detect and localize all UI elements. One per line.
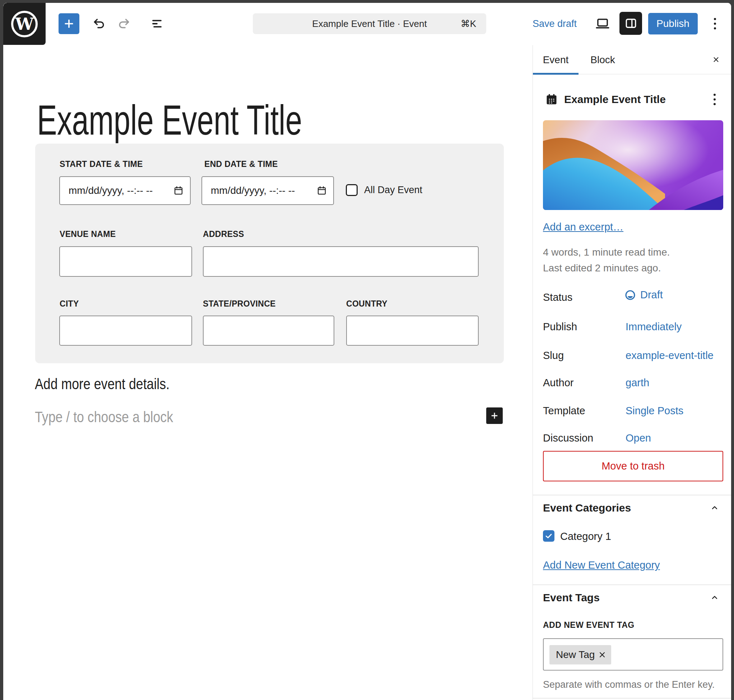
state-province-input[interactable] bbox=[203, 316, 334, 346]
event-calendar-icon bbox=[545, 93, 558, 106]
start-date-input[interactable]: mm/dd/yyyy, --:-- -- bbox=[59, 176, 191, 205]
list-view-icon bbox=[150, 17, 164, 31]
block-appender-placeholder[interactable]: Type / to choose a block bbox=[35, 409, 198, 426]
check-icon bbox=[544, 532, 553, 540]
address-input[interactable] bbox=[203, 246, 479, 277]
close-icon bbox=[712, 54, 720, 65]
preview-button[interactable] bbox=[595, 16, 610, 32]
tag-token-label: New Tag bbox=[556, 649, 595, 660]
kebab-icon bbox=[713, 94, 716, 105]
calendar-picker-icon[interactable] bbox=[174, 185, 184, 196]
chevron-up-icon bbox=[710, 503, 719, 513]
last-edited-text: Last edited 2 minutes ago. bbox=[543, 262, 661, 274]
category-checkbox-checked[interactable] bbox=[543, 530, 554, 542]
sidebar-panel-icon bbox=[625, 17, 637, 30]
status-value[interactable]: Draft bbox=[625, 289, 663, 301]
redo-button[interactable] bbox=[116, 16, 132, 32]
calendar-picker-icon[interactable] bbox=[317, 185, 327, 196]
move-to-trash-button[interactable]: Move to trash bbox=[543, 451, 723, 481]
post-title-field[interactable]: Example Event Title bbox=[37, 98, 405, 144]
checkbox-unchecked-icon bbox=[346, 184, 358, 196]
template-label: Template bbox=[543, 405, 585, 417]
status-label: Status bbox=[543, 291, 572, 303]
kebab-icon bbox=[714, 18, 716, 29]
tab-block[interactable]: Block bbox=[579, 45, 627, 74]
publish-value[interactable]: Immediately bbox=[626, 321, 682, 333]
document-title: Example Event Title · Event bbox=[312, 18, 427, 29]
section-divider bbox=[533, 495, 731, 496]
slug-label: Slug bbox=[543, 350, 564, 362]
address-label: ADDRESS bbox=[203, 229, 244, 239]
section-divider bbox=[533, 698, 731, 699]
template-value[interactable]: Single Posts bbox=[626, 405, 683, 417]
close-sidebar-button[interactable] bbox=[710, 53, 722, 66]
end-date-label: END DATE & TIME bbox=[204, 159, 278, 169]
end-date-placeholder: mm/dd/yyyy, --:-- -- bbox=[211, 185, 295, 196]
featured-image[interactable] bbox=[543, 120, 723, 210]
discussion-value[interactable]: Open bbox=[626, 432, 651, 444]
add-new-tag-label: ADD NEW EVENT TAG bbox=[543, 620, 635, 630]
event-categories-heading: Event Categories bbox=[543, 502, 631, 514]
undo-icon bbox=[92, 17, 106, 31]
city-label: CITY bbox=[60, 299, 79, 309]
event-details-panel: START DATE & TIME END DATE & TIME mm/dd/… bbox=[35, 144, 504, 363]
add-new-category-link[interactable]: Add New Event Category bbox=[543, 559, 660, 571]
save-draft-button[interactable]: Save draft bbox=[532, 16, 577, 32]
add-excerpt-link[interactable]: Add an excerpt… bbox=[543, 221, 623, 233]
collapse-tags-button[interactable] bbox=[709, 591, 721, 604]
end-date-input[interactable]: mm/dd/yyyy, --:-- -- bbox=[202, 176, 334, 205]
options-menu-button[interactable] bbox=[708, 16, 722, 32]
settings-sidebar-toggle-button[interactable] bbox=[619, 12, 642, 35]
tag-token: New Tag bbox=[550, 645, 611, 665]
author-value[interactable]: garth bbox=[626, 377, 649, 389]
plus-icon bbox=[489, 411, 500, 421]
country-input[interactable] bbox=[346, 316, 479, 346]
event-tags-heading: Event Tags bbox=[543, 591, 600, 604]
chevron-up-icon bbox=[710, 593, 719, 603]
tags-help-text: Separate with commas or the Enter key. bbox=[543, 679, 715, 690]
publish-label: Publish bbox=[543, 321, 577, 333]
publish-button[interactable]: Publish bbox=[648, 13, 698, 34]
city-input[interactable] bbox=[59, 316, 192, 346]
plus-icon bbox=[63, 18, 75, 30]
remove-tag-icon[interactable] bbox=[598, 651, 606, 659]
undo-button[interactable] bbox=[91, 16, 107, 32]
laptop-icon bbox=[595, 16, 610, 31]
draft-status-icon bbox=[625, 289, 636, 301]
redo-icon bbox=[117, 17, 131, 31]
state-province-label: STATE/PROVINCE bbox=[203, 299, 276, 309]
wordpress-logo-button[interactable]: W bbox=[3, 3, 46, 45]
post-summary-row: Example Event Title bbox=[533, 84, 731, 115]
slug-value[interactable]: example-event-title bbox=[626, 350, 713, 362]
settings-sidebar: Event Block Example Event Title bbox=[532, 45, 731, 700]
discussion-label: Discussion bbox=[543, 432, 593, 444]
venue-name-input[interactable] bbox=[59, 246, 192, 277]
venue-name-label: VENUE NAME bbox=[60, 229, 116, 239]
editor-canvas: Example Event Title START DATE & TIME EN… bbox=[3, 45, 532, 700]
section-divider bbox=[533, 584, 731, 585]
post-actions-menu-button[interactable] bbox=[707, 91, 722, 107]
paragraph-block[interactable]: Add more event details. bbox=[35, 375, 193, 393]
block-inserter-toggle-button[interactable] bbox=[59, 13, 80, 34]
collapse-categories-button[interactable] bbox=[709, 502, 721, 514]
start-date-placeholder: mm/dd/yyyy, --:-- -- bbox=[69, 185, 153, 196]
sidebar-post-title: Example Event Title bbox=[564, 84, 666, 115]
all-day-event-label: All Day Event bbox=[364, 184, 422, 196]
author-label: Author bbox=[543, 377, 573, 389]
start-date-label: START DATE & TIME bbox=[60, 159, 143, 169]
sidebar-tabs: Event Block bbox=[533, 45, 731, 74]
command-shortcut: ⌘K bbox=[461, 18, 476, 29]
command-center-button[interactable]: Example Event Title · Event ⌘K bbox=[253, 13, 486, 34]
block-appender-plus-button[interactable] bbox=[486, 407, 503, 424]
all-day-event-checkbox[interactable]: All Day Event bbox=[346, 184, 422, 196]
word-count-text: 4 words, 1 minute read time. bbox=[543, 247, 670, 258]
tab-event[interactable]: Event bbox=[533, 45, 579, 74]
featured-image-graphic bbox=[543, 120, 723, 210]
category-label[interactable]: Category 1 bbox=[560, 531, 611, 543]
country-label: COUNTRY bbox=[346, 299, 388, 309]
document-overview-button[interactable] bbox=[149, 16, 165, 32]
svg-text:W: W bbox=[15, 14, 34, 34]
tag-token-input[interactable]: New Tag bbox=[543, 638, 723, 671]
editor-window: W Example Event Title bbox=[3, 3, 731, 700]
wordpress-icon: W bbox=[7, 7, 42, 41]
